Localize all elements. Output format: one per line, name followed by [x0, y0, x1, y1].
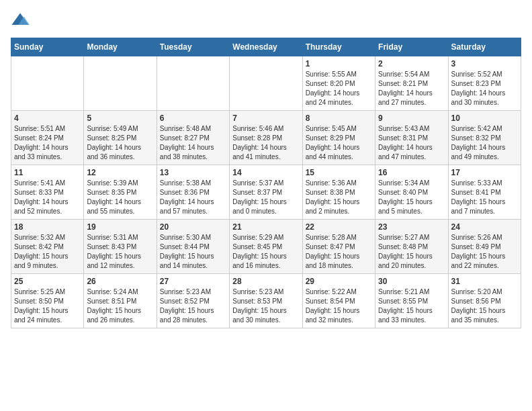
day-number: 20	[160, 222, 226, 232]
day-info: Sunrise: 5:22 AM Sunset: 8:54 PM Dayligh…	[306, 287, 372, 325]
day-info: Sunrise: 5:55 AM Sunset: 8:20 PM Dayligh…	[306, 70, 372, 107]
day-number: 21	[232, 222, 299, 232]
day-info: Sunrise: 5:36 AM Sunset: 8:38 PM Dayligh…	[306, 179, 372, 216]
calendar-cell: 12Sunrise: 5:39 AM Sunset: 8:35 PM Dayli…	[84, 165, 157, 220]
day-info: Sunrise: 5:51 AM Sunset: 8:24 PM Dayligh…	[14, 124, 81, 162]
calendar-cell	[11, 56, 84, 111]
day-number: 19	[87, 222, 153, 232]
calendar-cell	[84, 56, 157, 111]
day-number: 30	[378, 277, 445, 286]
calendar-cell: 4Sunrise: 5:51 AM Sunset: 8:24 PM Daylig…	[11, 111, 84, 165]
calendar-week-row: 25Sunrise: 5:25 AM Sunset: 8:50 PM Dayli…	[11, 274, 521, 328]
day-number: 10	[451, 113, 518, 123]
calendar-cell: 11Sunrise: 5:41 AM Sunset: 8:33 PM Dayli…	[11, 165, 84, 220]
header-tuesday: Tuesday	[157, 38, 229, 56]
day-number: 24	[451, 222, 518, 232]
day-number: 11	[14, 168, 81, 177]
header-friday: Friday	[375, 38, 448, 56]
day-info: Sunrise: 5:32 AM Sunset: 8:42 PM Dayligh…	[14, 233, 81, 271]
day-info: Sunrise: 5:43 AM Sunset: 8:31 PM Dayligh…	[378, 124, 445, 162]
day-info: Sunrise: 5:45 AM Sunset: 8:29 PM Dayligh…	[306, 124, 372, 162]
calendar-cell: 6Sunrise: 5:48 AM Sunset: 8:27 PM Daylig…	[157, 111, 229, 165]
day-number: 9	[378, 113, 445, 123]
day-info: Sunrise: 5:42 AM Sunset: 8:32 PM Dayligh…	[451, 124, 518, 162]
calendar-cell: 29Sunrise: 5:22 AM Sunset: 8:54 PM Dayli…	[302, 274, 375, 328]
calendar-cell: 9Sunrise: 5:43 AM Sunset: 8:31 PM Daylig…	[375, 111, 448, 165]
day-number: 6	[160, 113, 226, 123]
calendar-cell: 30Sunrise: 5:21 AM Sunset: 8:55 PM Dayli…	[375, 274, 448, 328]
day-number: 14	[232, 168, 299, 177]
calendar-cell: 13Sunrise: 5:38 AM Sunset: 8:36 PM Dayli…	[157, 165, 229, 220]
day-info: Sunrise: 5:25 AM Sunset: 8:50 PM Dayligh…	[14, 287, 81, 325]
day-number: 22	[306, 222, 372, 232]
day-info: Sunrise: 5:46 AM Sunset: 8:28 PM Dayligh…	[232, 124, 299, 162]
day-number: 23	[378, 222, 445, 232]
calendar-cell: 19Sunrise: 5:31 AM Sunset: 8:43 PM Dayli…	[84, 220, 157, 274]
calendar-cell: 2Sunrise: 5:54 AM Sunset: 8:21 PM Daylig…	[375, 56, 448, 111]
day-info: Sunrise: 5:38 AM Sunset: 8:36 PM Dayligh…	[160, 179, 226, 216]
day-number: 31	[451, 277, 518, 286]
day-number: 17	[451, 168, 518, 177]
day-info: Sunrise: 5:28 AM Sunset: 8:47 PM Dayligh…	[306, 233, 372, 271]
day-number: 2	[378, 59, 445, 68]
day-info: Sunrise: 5:39 AM Sunset: 8:35 PM Dayligh…	[87, 179, 153, 216]
calendar-cell: 23Sunrise: 5:27 AM Sunset: 8:48 PM Dayli…	[375, 220, 448, 274]
calendar-cell: 25Sunrise: 5:25 AM Sunset: 8:50 PM Dayli…	[11, 274, 84, 328]
day-info: Sunrise: 5:27 AM Sunset: 8:48 PM Dayligh…	[378, 233, 445, 271]
calendar-table: SundayMondayTuesdayWednesdayThursdayFrid…	[11, 38, 521, 328]
day-info: Sunrise: 5:31 AM Sunset: 8:43 PM Dayligh…	[87, 233, 153, 271]
calendar-cell: 27Sunrise: 5:23 AM Sunset: 8:52 PM Dayli…	[157, 274, 229, 328]
day-number: 26	[87, 277, 153, 286]
calendar-week-row: 4Sunrise: 5:51 AM Sunset: 8:24 PM Daylig…	[11, 111, 521, 165]
calendar-week-row: 18Sunrise: 5:32 AM Sunset: 8:42 PM Dayli…	[11, 220, 521, 274]
day-number: 27	[160, 277, 226, 286]
calendar-cell: 15Sunrise: 5:36 AM Sunset: 8:38 PM Dayli…	[302, 165, 375, 220]
day-number: 18	[14, 222, 81, 232]
day-number: 13	[160, 168, 226, 177]
calendar-cell: 24Sunrise: 5:26 AM Sunset: 8:49 PM Dayli…	[448, 220, 521, 274]
day-number: 16	[378, 168, 445, 177]
day-info: Sunrise: 5:41 AM Sunset: 8:33 PM Dayligh…	[14, 179, 81, 216]
calendar-cell: 14Sunrise: 5:37 AM Sunset: 8:37 PM Dayli…	[230, 165, 302, 220]
day-info: Sunrise: 5:21 AM Sunset: 8:55 PM Dayligh…	[378, 287, 445, 325]
day-info: Sunrise: 5:52 AM Sunset: 8:23 PM Dayligh…	[451, 70, 518, 107]
day-number: 4	[14, 113, 81, 123]
day-number: 25	[14, 277, 81, 286]
calendar-cell: 21Sunrise: 5:29 AM Sunset: 8:45 PM Dayli…	[230, 220, 302, 274]
day-info: Sunrise: 5:33 AM Sunset: 8:41 PM Dayligh…	[451, 179, 518, 216]
calendar-cell	[230, 56, 302, 111]
header-saturday: Saturday	[448, 38, 521, 56]
header-thursday: Thursday	[302, 38, 375, 56]
calendar-cell: 31Sunrise: 5:20 AM Sunset: 8:56 PM Dayli…	[448, 274, 521, 328]
day-info: Sunrise: 5:48 AM Sunset: 8:27 PM Dayligh…	[160, 124, 226, 162]
calendar-cell: 18Sunrise: 5:32 AM Sunset: 8:42 PM Dayli…	[11, 220, 84, 274]
calendar-cell: 5Sunrise: 5:49 AM Sunset: 8:25 PM Daylig…	[84, 111, 157, 165]
day-info: Sunrise: 5:26 AM Sunset: 8:49 PM Dayligh…	[451, 233, 518, 271]
calendar-cell: 3Sunrise: 5:52 AM Sunset: 8:23 PM Daylig…	[448, 56, 521, 111]
day-number: 12	[87, 168, 153, 177]
page-header	[11, 11, 521, 30]
calendar-cell: 16Sunrise: 5:34 AM Sunset: 8:40 PM Dayli…	[375, 165, 448, 220]
day-number: 29	[306, 277, 372, 286]
logo-icon	[11, 11, 30, 30]
calendar-cell: 22Sunrise: 5:28 AM Sunset: 8:47 PM Dayli…	[302, 220, 375, 274]
logo	[11, 11, 32, 30]
calendar-cell: 10Sunrise: 5:42 AM Sunset: 8:32 PM Dayli…	[448, 111, 521, 165]
day-number: 7	[232, 113, 299, 123]
day-number: 1	[306, 59, 372, 68]
day-number: 3	[451, 59, 518, 68]
day-info: Sunrise: 5:24 AM Sunset: 8:51 PM Dayligh…	[87, 287, 153, 325]
day-info: Sunrise: 5:54 AM Sunset: 8:21 PM Dayligh…	[378, 70, 445, 107]
day-info: Sunrise: 5:34 AM Sunset: 8:40 PM Dayligh…	[378, 179, 445, 216]
header-sunday: Sunday	[11, 38, 84, 56]
header-wednesday: Wednesday	[230, 38, 302, 56]
calendar-cell: 17Sunrise: 5:33 AM Sunset: 8:41 PM Dayli…	[448, 165, 521, 220]
calendar-cell: 28Sunrise: 5:23 AM Sunset: 8:53 PM Dayli…	[230, 274, 302, 328]
day-info: Sunrise: 5:37 AM Sunset: 8:37 PM Dayligh…	[232, 179, 299, 216]
calendar-week-row: 1Sunrise: 5:55 AM Sunset: 8:20 PM Daylig…	[11, 56, 521, 111]
day-number: 28	[232, 277, 299, 286]
calendar-cell	[157, 56, 229, 111]
calendar-header-row: SundayMondayTuesdayWednesdayThursdayFrid…	[11, 38, 521, 56]
calendar-cell: 20Sunrise: 5:30 AM Sunset: 8:44 PM Dayli…	[157, 220, 229, 274]
calendar-cell: 1Sunrise: 5:55 AM Sunset: 8:20 PM Daylig…	[302, 56, 375, 111]
